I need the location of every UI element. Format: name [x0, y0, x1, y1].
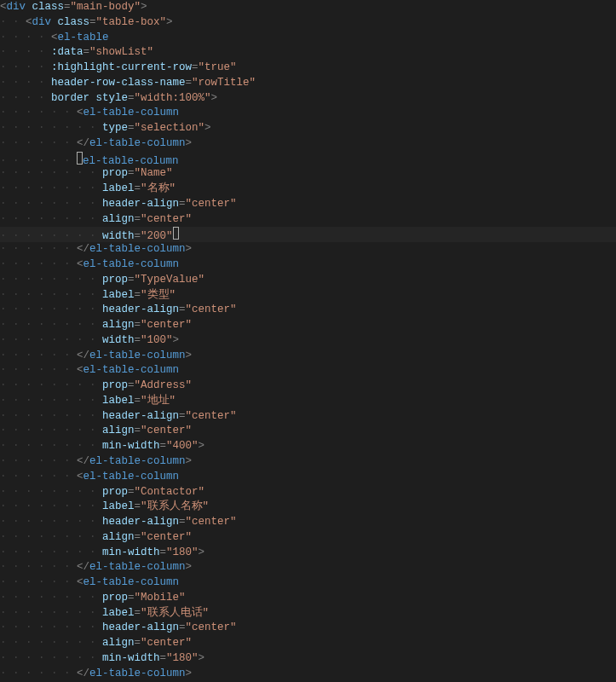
token-attr: class — [32, 1, 65, 13]
code-line[interactable]: · · · · · · · · label="联系人名称" — [0, 500, 616, 515]
token-punct: < — [26, 16, 32, 28]
token-punct: > — [173, 334, 180, 346]
code-line[interactable]: · · · · · · · · header-align="center" — [0, 409, 616, 425]
indent-guides: · · · · — [0, 61, 51, 73]
code-line[interactable]: · · · · · · · · header-align="center" — [0, 303, 616, 318]
code-line[interactable]: · · · · · · · · width="200" — [0, 227, 616, 242]
token-attr: header-align — [102, 198, 179, 210]
code-line[interactable]: · · · · <el-table — [0, 31, 616, 46]
code-line[interactable]: · · · · · · · · min-width="400"> — [0, 439, 616, 454]
code-line[interactable]: · · · · :data="showList" — [0, 45, 616, 61]
code-editor[interactable]: <div class="main-body">· · <div class="t… — [0, 0, 616, 681]
token-punct: = — [128, 274, 135, 286]
token-tag: el-table-column — [83, 155, 179, 167]
code-line[interactable]: · · · · · · <el-table-column — [0, 363, 616, 379]
code-line[interactable]: · · · · · · · · prop="Mobile" — [0, 591, 616, 606]
code-line[interactable]: · · · · · · · · header-align="center" — [0, 197, 616, 212]
code-line[interactable]: · · · · · · <el-table-column — [0, 257, 616, 273]
code-line[interactable]: · · · · · · · · align="center" — [0, 212, 616, 228]
token-attr: min-width — [102, 652, 160, 664]
code-line[interactable]: · · · · · · · · min-width="180"> — [0, 651, 616, 667]
code-line[interactable]: · · · · · · · · prop="Address" — [0, 379, 616, 394]
token-punct: = — [135, 289, 141, 301]
token-str: "center" — [186, 516, 237, 528]
token-attr: :data — [51, 46, 83, 58]
code-line[interactable]: · · · · · · · · label="类型" — [0, 288, 616, 303]
code-line[interactable]: · · · · · · · · prop="TypeValue" — [0, 273, 616, 288]
token-tag: el-table-column — [89, 137, 186, 149]
code-line[interactable]: · · · · border style="width:100%"> — [0, 91, 616, 107]
indent-guides: · · · · · · · · — [0, 182, 102, 194]
token-punct: = — [160, 546, 167, 558]
code-line[interactable]: · · · · · · <el-table-column — [0, 575, 616, 591]
code-line[interactable]: · · · · · · · · align="center" — [0, 636, 616, 651]
code-line[interactable]: · · · · · · · · align="center" — [0, 318, 616, 333]
token-str: "center" — [141, 319, 192, 331]
token-str: "Contactor" — [135, 486, 205, 498]
code-line[interactable]: · · · · · · </el-table-column> — [0, 242, 616, 257]
token-punct: = — [135, 334, 141, 346]
token-attr: min-width — [102, 440, 160, 452]
code-line[interactable]: · · · · · · </el-table-column> — [0, 667, 616, 682]
token-punct: = — [179, 410, 186, 422]
indent-guides: · · · · · · · · — [0, 516, 102, 528]
token-attr: prop — [102, 167, 128, 179]
token-attr: class — [58, 16, 90, 28]
code-line[interactable]: · · · · · · · · align="center" — [0, 530, 616, 546]
code-line[interactable]: · · · · · · · · align="center" — [0, 424, 616, 439]
indent-guides: · · · · · · · · — [0, 289, 102, 301]
code-line[interactable]: · · · · · · · · prop="Contactor" — [0, 485, 616, 500]
token-str: "联系人名称" — [141, 500, 209, 512]
indent-guides: · · · · · · — [0, 668, 77, 679]
code-line[interactable]: · · · · · · </el-table-column> — [0, 560, 616, 575]
token-str: "showList" — [89, 46, 153, 58]
token-punct: = — [192, 61, 199, 73]
token-str: "true" — [199, 61, 237, 73]
indent-guides: · · · · · · · · — [0, 500, 102, 512]
indent-guides: · · · · · · — [0, 243, 77, 255]
cursor-box — [77, 152, 83, 165]
token-attr: min-width — [102, 546, 160, 558]
code-line[interactable]: · · · · :highlight-current-row="true" — [0, 61, 616, 76]
token-punct: > — [186, 668, 193, 679]
code-line[interactable]: · · <div class="table-box"> — [0, 15, 616, 31]
code-line[interactable]: · · · · · · </el-table-column> — [0, 349, 616, 364]
token-punct: = — [128, 122, 135, 134]
code-line[interactable]: · · · · · · · · prop="Name" — [0, 166, 616, 182]
code-line[interactable]: · · · · · · <el-table-column — [0, 106, 616, 121]
token-str: "联系人电话" — [141, 607, 209, 619]
token-punct: > — [141, 1, 147, 13]
token-str: "100" — [141, 334, 173, 346]
token-attr: label — [102, 289, 135, 301]
code-line[interactable]: · · · · · · · · label="地址" — [0, 394, 616, 409]
token-str: "180" — [166, 652, 199, 664]
token-attr: width — [102, 230, 135, 242]
code-line[interactable]: · · · · · · </el-table-column> — [0, 454, 616, 470]
indent-guides: · · · · — [0, 77, 51, 89]
token-punct: = — [128, 167, 135, 179]
indent-guides: · · · · · · — [0, 137, 77, 149]
code-line[interactable]: <div class="main-body"> — [0, 0, 616, 15]
token-tag: el-table-column — [89, 561, 186, 573]
token-punct: > — [199, 440, 205, 452]
code-line[interactable]: · · · · header-row-class-name="rowTitle" — [0, 76, 616, 91]
code-line[interactable]: · · · · · · · · label="名称" — [0, 182, 616, 197]
token-str: "类型" — [141, 289, 176, 301]
code-line[interactable]: · · · · · · · · header-align="center" — [0, 515, 616, 530]
token-str: "Mobile" — [135, 592, 186, 604]
code-line[interactable]: · · · · · · el-table-column — [0, 152, 616, 167]
token-attr: style — [96, 92, 129, 104]
code-line[interactable]: · · · · · · · · label="联系人电话" — [0, 606, 616, 621]
code-line[interactable]: · · · · · · · · header-align="center" — [0, 621, 616, 636]
token-tag: el-table-column — [83, 364, 180, 376]
code-line[interactable]: · · · · · · · · type="selection"> — [0, 121, 616, 136]
token-str: "400" — [166, 440, 199, 452]
code-line[interactable]: · · · · · · · · min-width="180"> — [0, 546, 616, 561]
token-str: "selection" — [135, 122, 205, 134]
indent-guides: · · · · · · · · — [0, 319, 102, 331]
token-punct: </ — [77, 668, 89, 679]
code-line[interactable]: · · · · · · <el-table-column — [0, 470, 616, 485]
token-punct: = — [179, 303, 186, 315]
code-line[interactable]: · · · · · · </el-table-column> — [0, 136, 616, 152]
code-line[interactable]: · · · · · · · · width="100"> — [0, 333, 616, 349]
